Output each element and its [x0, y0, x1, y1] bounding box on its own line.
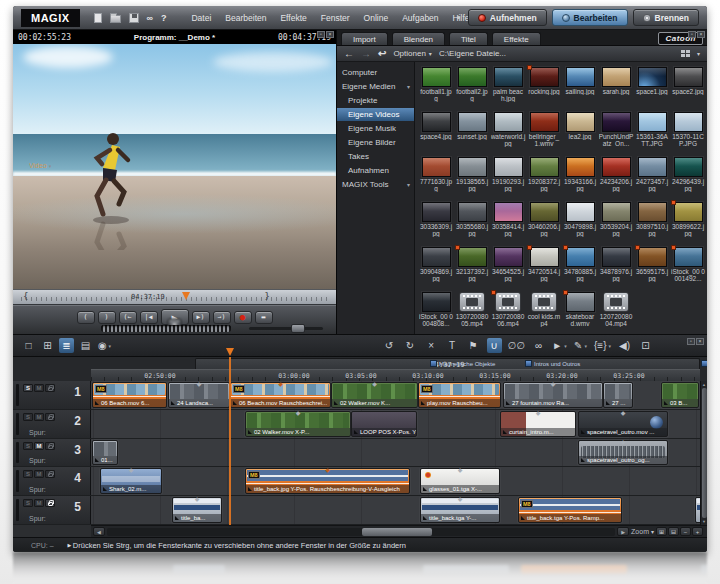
- time-scale[interactable]: 02:50:0003:00:0003:05:0003:10:0003:15:00…: [91, 369, 700, 381]
- ungroup-icon[interactable]: ∅∅: [508, 338, 525, 353]
- media-file-34720514-jpg[interactable]: 34720514.jpg: [526, 245, 562, 290]
- timeline-clip[interactable]: ◆02 Walker.mov K...: [331, 382, 418, 408]
- media-file-30899622-jpg[interactable]: 30899622.jpg: [670, 200, 706, 245]
- minimize-icon[interactable]: ▫: [317, 31, 325, 38]
- draw-mode-icon[interactable]: ✎▾: [573, 338, 588, 353]
- options-dropdown[interactable]: Optionen ▾: [393, 49, 431, 58]
- new-project-icon[interactable]: [94, 13, 102, 23]
- jump-end-button[interactable]: →): [213, 311, 231, 324]
- tab-import[interactable]: Import: [341, 32, 388, 45]
- media-file-space2-jpg[interactable]: space2.jpg: [670, 65, 706, 110]
- media-file-bellringer-1-wmv[interactable]: bellringer_1.wmv: [526, 110, 562, 155]
- media-file-space4-jpg[interactable]: space4.jpg: [418, 110, 454, 155]
- redo-icon[interactable]: ↻: [403, 338, 418, 353]
- mode-button-aufnehmen[interactable]: Aufnehmen: [468, 9, 547, 26]
- thumbnail-view-icon[interactable]: [681, 50, 690, 57]
- media-file-lea2-jpg[interactable]: lea2.jpg: [562, 110, 598, 155]
- timeline-clip[interactable]: ◆curtain_intro.m...: [500, 411, 576, 437]
- group-icon[interactable]: ∞: [531, 338, 546, 353]
- media-file-30355680-jpg[interactable]: 30355680.jpg: [454, 200, 490, 245]
- media-file-34654525-jpg[interactable]: 34654525.jpg: [490, 245, 526, 290]
- range-end-bracket[interactable]: }: [265, 291, 270, 301]
- track-content[interactable]: ◆title_ba...◆title_back.tga Y-...M8title…: [91, 496, 707, 524]
- preview-scrub-bar[interactable]: { 04:37:19 }: [13, 289, 336, 305]
- track-content[interactable]: 01...◆spacetravel_outro_og...: [91, 439, 707, 467]
- zoom-range-icon[interactable]: ⊟: [668, 527, 679, 536]
- media-file-19190293-jpg[interactable]: 19190293.jpg: [490, 155, 526, 200]
- chevron-down-icon[interactable]: ▾: [651, 528, 654, 535]
- media-file-palm-beach-jpg[interactable]: palm beach.jpg: [490, 65, 526, 110]
- timeline-clip[interactable]: ◆spacetravel_outro.mov ...: [578, 411, 668, 437]
- title-editor-icon[interactable]: T: [445, 338, 460, 353]
- timeline-clip[interactable]: ◆Shark_02.m...: [100, 468, 162, 494]
- mouse-mode-icon[interactable]: ►▾: [552, 338, 567, 353]
- media-file-cool-kids-mp4[interactable]: cool kids.mp4: [526, 290, 562, 334]
- solo-button[interactable]: S: [23, 499, 33, 507]
- scroll-up-icon[interactable]: ▲: [702, 382, 706, 387]
- media-file-30904869-jpg[interactable]: 30904869.jpg: [418, 245, 454, 290]
- solo-button[interactable]: S: [23, 442, 33, 450]
- folder-up-icon[interactable]: ↩: [378, 49, 386, 59]
- media-file-30539204-jpg[interactable]: 30539204.jpg: [598, 200, 634, 245]
- timeline-marker-flag[interactable]: [701, 359, 707, 368]
- undo-icon[interactable]: ↺: [382, 338, 397, 353]
- close-icon[interactable]: ×: [696, 338, 704, 345]
- sidebar-item-computer[interactable]: Computer: [337, 66, 414, 79]
- shuttle-thumb[interactable]: [291, 324, 305, 333]
- back-icon[interactable]: ←: [344, 49, 354, 59]
- timeline-marker-flag[interactable]: Intros und Outros: [525, 359, 580, 368]
- media-file-30460206-jpg[interactable]: 30460206.jpg: [526, 200, 562, 245]
- sidebar-item-eigene-musik[interactable]: Eigene Musik: [337, 122, 414, 135]
- media-file-130720080-06-mp4[interactable]: 130720080 06.mp4: [490, 290, 526, 334]
- video-frame[interactable]: [13, 44, 336, 289]
- track-content[interactable]: M806 Beach.mov 6...◆24 Landsca...◆M806 B…: [91, 381, 707, 409]
- range-start-bracket[interactable]: {: [23, 291, 28, 301]
- zoom-in-icon[interactable]: +: [692, 527, 703, 536]
- media-file-football1-jpg[interactable]: football1.jpg: [418, 65, 454, 110]
- open-project-icon[interactable]: [110, 15, 121, 23]
- media-file-sailing-jpg[interactable]: sailing.jpg: [562, 65, 598, 110]
- media-file-sarah-jpg[interactable]: sarah.jpg: [598, 65, 634, 110]
- sidebar-item-magix-tools[interactable]: MAGIX Tools▾: [337, 178, 414, 191]
- media-file-istock-00-0001492[interactable]: iStock_00 0001492...: [670, 245, 706, 290]
- playhead-line[interactable]: [229, 357, 231, 525]
- track-header[interactable]: SM4Spur:: [13, 467, 91, 495]
- path-dropdown[interactable]: C:\Eigene Dateie...: [439, 49, 506, 58]
- mode-button-brennen[interactable]: Brennen: [633, 9, 699, 26]
- menu-item-aufgaben[interactable]: Aufgaben: [402, 13, 438, 23]
- horizontal-scroll-track[interactable]: [107, 528, 615, 536]
- mute-button[interactable]: M: [34, 499, 44, 507]
- timeline-clip[interactable]: ◆M8title_back.jpg Y-Pos. Rauschbeschreib…: [245, 468, 410, 494]
- media-file-19208372-jpg[interactable]: 19208372.jpg: [526, 155, 562, 200]
- horizontal-scroll-thumb[interactable]: [362, 528, 432, 536]
- media-file-34878976-jpg[interactable]: 34878976.jpg: [598, 245, 634, 290]
- media-file-sunset-jpg[interactable]: sunset.jpg: [454, 110, 490, 155]
- media-file-30358414-jpg[interactable]: 30358414.jpg: [490, 200, 526, 245]
- track-header[interactable]: SM2Spur:: [13, 410, 91, 438]
- context-help-icon[interactable]: ?: [161, 13, 167, 23]
- timeline-clip[interactable]: ◆title_ba...: [172, 497, 222, 523]
- range-in-button[interactable]: (: [77, 311, 95, 324]
- mute-button[interactable]: M: [34, 442, 44, 450]
- tab-titel[interactable]: Titel: [449, 32, 488, 45]
- jog-wheel[interactable]: [101, 325, 231, 332]
- media-file-football2-jpg[interactable]: football2.jpg: [454, 65, 490, 110]
- media-file-30336309-jpg[interactable]: 30336309.jpg: [418, 200, 454, 245]
- timeline-clip[interactable]: LOOP POS X-Pos. Y-...: [351, 411, 417, 437]
- menu-item-online[interactable]: Online: [364, 13, 389, 23]
- vertical-scrollbar[interactable]: ▲ ▼: [700, 381, 707, 525]
- playhead-marker-icon[interactable]: [226, 348, 234, 356]
- media-file-30897510-jpg[interactable]: 30897510.jpg: [634, 200, 670, 245]
- media-file-skateboar-d-wmv[interactable]: skateboar d.wmv: [562, 290, 598, 334]
- sidebar-item-eigene-bilder[interactable]: Eigene Bilder: [337, 136, 414, 149]
- video-monitor-icon[interactable]: ⊡: [638, 338, 653, 353]
- magnet-snap-icon[interactable]: ∪: [487, 338, 502, 353]
- export-icon[interactable]: ∞: [147, 13, 153, 23]
- track-content[interactable]: ◆02 Walker.mov X-P...LOOP POS X-Pos. Y-.…: [91, 410, 707, 438]
- lock-button[interactable]: [45, 442, 55, 450]
- media-file-36595175-jpg[interactable]: 36595175.jpg: [634, 245, 670, 290]
- save-project-icon[interactable]: [129, 13, 139, 23]
- tab-blenden[interactable]: Blenden: [392, 32, 445, 45]
- media-file-30479898-jpg[interactable]: 30479898.jpg: [562, 200, 598, 245]
- media-file-24234206-jpg[interactable]: 24234206.jpg: [598, 155, 634, 200]
